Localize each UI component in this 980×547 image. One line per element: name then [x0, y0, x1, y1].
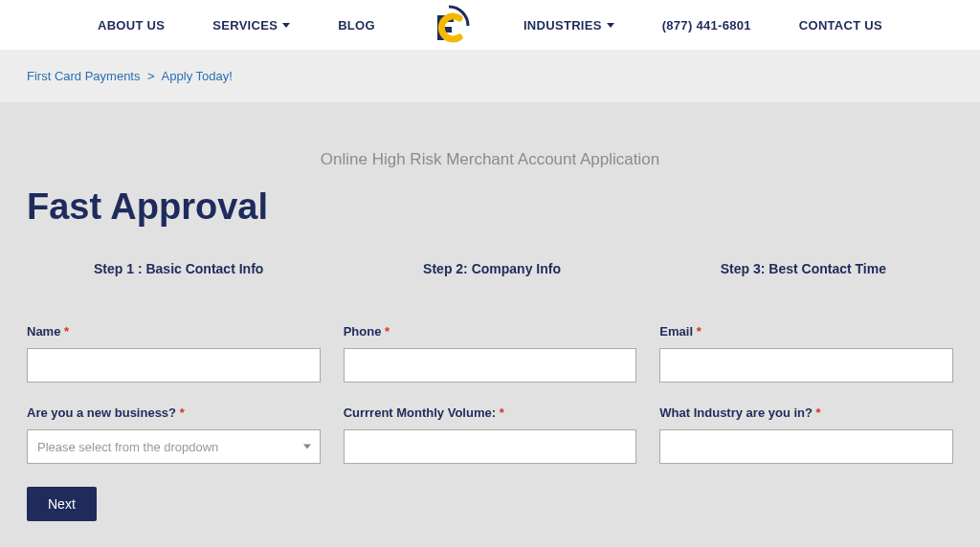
email-label: Email *	[659, 324, 953, 339]
main-nav: ABOUT US SERVICES BLOG INDUSTRIES (877) …	[98, 4, 882, 47]
new-business-label: Are you a new business? *	[27, 405, 321, 420]
page-title: Fast Approval	[27, 186, 953, 228]
main-content: Online High Risk Merchant Account Applic…	[0, 102, 980, 547]
main-header: ABOUT US SERVICES BLOG INDUSTRIES (877) …	[0, 0, 980, 50]
required-marker: *	[500, 405, 504, 420]
phone-input[interactable]	[344, 348, 637, 383]
chevron-down-icon	[607, 23, 614, 28]
logo[interactable]	[423, 4, 476, 47]
new-business-select[interactable]: Please select from the dropdown	[27, 429, 321, 464]
nav-blog[interactable]: BLOG	[338, 18, 375, 33]
nav-services[interactable]: SERVICES	[212, 18, 290, 33]
industry-label: What Industry are you in? *	[659, 405, 953, 420]
industry-field-wrapper: What Industry are you in? *	[659, 405, 953, 464]
required-marker: *	[64, 324, 69, 339]
page-subtitle: Online High Risk Merchant Account Applic…	[27, 150, 953, 169]
phone-field-wrapper: Phone *	[344, 324, 637, 383]
chevron-down-icon	[282, 23, 290, 28]
nav-phone[interactable]: (877) 441-6801	[662, 18, 751, 33]
industry-input[interactable]	[659, 429, 953, 464]
form-grid: Name * Phone * Email * Are you a new bus…	[27, 324, 953, 464]
required-marker: *	[697, 324, 702, 339]
required-marker: *	[180, 405, 185, 420]
breadcrumb-current: Apply Today!	[162, 69, 233, 83]
step-2-label: Step 2: Company Info	[423, 261, 561, 276]
nav-contact[interactable]: CONTACT US	[799, 18, 882, 33]
breadcrumb-home[interactable]: First Card Payments	[27, 69, 140, 83]
breadcrumb: First Card Payments > Apply Today!	[27, 69, 953, 83]
monthly-volume-input[interactable]	[344, 429, 637, 464]
steps-row: Step 1 : Basic Contact Info Step 2: Comp…	[27, 261, 953, 276]
email-field-wrapper: Email *	[659, 324, 953, 383]
name-input[interactable]	[27, 348, 321, 383]
email-input[interactable]	[659, 348, 953, 383]
chevron-down-icon	[303, 445, 311, 449]
nav-about[interactable]: ABOUT US	[98, 18, 165, 33]
new-business-field-wrapper: Are you a new business? * Please select …	[27, 405, 321, 464]
nav-services-label: SERVICES	[212, 18, 278, 33]
step-1-label: Step 1 : Basic Contact Info	[94, 261, 263, 276]
monthly-volume-label: Currrent Monthly Volume: *	[344, 405, 637, 420]
step-3-label: Step 3: Best Contact Time	[721, 261, 886, 276]
next-button[interactable]: Next	[27, 487, 97, 521]
breadcrumb-bar: First Card Payments > Apply Today!	[0, 50, 980, 102]
nav-industries-label: INDUSTRIES	[523, 18, 602, 33]
logo-icon	[423, 4, 476, 47]
new-business-select-wrapper: Please select from the dropdown	[27, 429, 321, 464]
name-label: Name *	[27, 324, 321, 339]
nav-industries[interactable]: INDUSTRIES	[523, 18, 614, 33]
required-marker: *	[385, 324, 390, 339]
required-marker: *	[816, 405, 821, 420]
phone-label: Phone *	[344, 324, 637, 339]
monthly-volume-field-wrapper: Currrent Monthly Volume: *	[344, 405, 637, 464]
breadcrumb-separator: >	[147, 69, 155, 83]
name-field-wrapper: Name *	[27, 324, 321, 383]
select-placeholder: Please select from the dropdown	[37, 440, 218, 454]
